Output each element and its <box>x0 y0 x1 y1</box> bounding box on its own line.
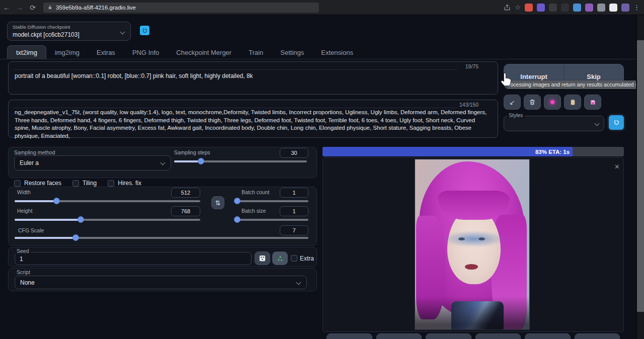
gallery-button[interactable] <box>426 333 471 339</box>
profile-avatar[interactable] <box>621 4 629 12</box>
batch-count-label: Batch count <box>242 189 269 195</box>
reuse-seed-button[interactable] <box>272 251 288 265</box>
back-icon[interactable]: ← <box>0 0 13 15</box>
tab-train[interactable]: Train <box>240 46 272 59</box>
prompt-text: portrait of a beautiful [woman::0.1] rob… <box>15 72 492 79</box>
progress-label: 83% ETA: 1s <box>535 149 570 155</box>
apply-styles-button[interactable] <box>564 95 581 110</box>
slider-thumb[interactable] <box>77 216 84 223</box>
progress-bar: 83% ETA: 1s <box>323 147 624 156</box>
sampling-method-dropdown[interactable]: Euler a <box>14 155 171 171</box>
sampling-steps-input[interactable]: 30 <box>280 148 308 158</box>
forward-icon[interactable]: → <box>13 0 26 15</box>
paste-params-button[interactable]: ↙ <box>504 95 521 110</box>
restore-faces-checkbox[interactable] <box>14 180 21 187</box>
extra-seed-checkbox[interactable] <box>291 255 297 262</box>
gallery-button[interactable] <box>575 333 620 339</box>
slider-thumb[interactable] <box>72 234 79 241</box>
sampling-method-label: Sampling method <box>14 149 55 155</box>
chevron-down-icon <box>160 160 166 165</box>
extension-icon[interactable] <box>537 4 545 12</box>
seed-label: Seed <box>15 248 31 254</box>
width-input[interactable]: 512 <box>171 188 200 198</box>
width-slider[interactable] <box>15 200 200 202</box>
random-seed-button[interactable] <box>255 251 270 265</box>
seed-value: 1 <box>20 256 23 263</box>
floppy-save-icon <box>590 99 596 106</box>
height-label: Height <box>17 208 32 214</box>
extension-icon[interactable] <box>525 4 533 12</box>
batch-size-slider[interactable] <box>235 219 308 221</box>
height-input[interactable]: 768 <box>171 206 200 216</box>
extension-icon[interactable] <box>609 4 617 12</box>
mouse-cursor-hand-icon <box>500 72 513 90</box>
height-slider[interactable] <box>15 219 200 221</box>
cfg-scale-label: CFG Scale <box>18 227 44 233</box>
browser-menu-icon[interactable]: ⋮ <box>633 4 640 11</box>
dice-icon <box>259 255 266 262</box>
generated-image[interactable] <box>415 159 529 329</box>
main-tabs: txt2img img2img Extras PNG Info Checkpoi… <box>7 45 362 59</box>
restore-faces-label: Restore faces <box>24 180 61 187</box>
clear-prompt-button[interactable] <box>524 95 541 110</box>
browser-chrome: ← → ⟳ 359e5b9a-a5ff-4216.gradio.live ☆ ⋮ <box>0 0 644 15</box>
gallery-button[interactable] <box>525 333 571 339</box>
prompt-textarea[interactable]: 19/75 portrait of a beautiful [woman::0.… <box>8 61 498 95</box>
extension-icon[interactable] <box>549 4 557 12</box>
tab-png-info[interactable]: PNG Info <box>124 46 168 59</box>
prompt-token-counter: 19/75 <box>465 63 478 69</box>
tab-settings[interactable]: Settings <box>272 46 312 59</box>
tab-txt2img[interactable]: txt2img <box>7 45 46 59</box>
batch-size-input[interactable]: 1 <box>280 206 308 216</box>
url-bar[interactable]: 359e5b9a-a5ff-4216.gradio.live <box>43 3 319 13</box>
save-style-button[interactable] <box>584 95 601 110</box>
tab-checkpoint-merger[interactable]: Checkpoint Merger <box>168 46 240 59</box>
batch-count-slider[interactable] <box>235 200 308 202</box>
extra-networks-button[interactable] <box>544 95 561 110</box>
refresh-checkpoint-button[interactable] <box>140 26 149 35</box>
close-icon[interactable]: ✕ <box>614 163 620 171</box>
gallery-button[interactable] <box>475 333 521 339</box>
gallery-button[interactable] <box>327 333 372 339</box>
interrupt-tooltip: rocessing images and return any results … <box>507 80 636 89</box>
extension-icon[interactable] <box>561 4 569 12</box>
seed-input[interactable]: 1 <box>15 252 252 265</box>
checkpoint-dropdown[interactable]: Stable Diffusion checkpoint model.ckpt [… <box>7 22 131 41</box>
extra-seed-label: Extra <box>300 255 314 262</box>
tiling-checkbox[interactable] <box>72 180 79 187</box>
swap-dimensions-button[interactable]: ⇅ <box>211 196 224 209</box>
extension-icon[interactable] <box>573 4 581 12</box>
recycle-icon <box>277 255 284 262</box>
trash-icon <box>529 99 536 106</box>
cfg-scale-input[interactable]: 7 <box>280 225 308 235</box>
negative-prompt-textarea[interactable]: 143/150 ng_deepnegative_v1_75t, (worst q… <box>8 100 498 138</box>
feature-checkboxes: Restore faces Tiling Hires. fix <box>14 180 141 187</box>
sampling-steps-slider[interactable] <box>174 160 307 162</box>
tab-img2img[interactable]: img2img <box>46 46 88 59</box>
tab-divider <box>0 59 636 59</box>
chevron-down-icon <box>296 280 301 285</box>
share-icon[interactable] <box>504 4 511 11</box>
tiling-label: Tiling <box>83 180 97 187</box>
slider-thumb[interactable] <box>234 198 240 204</box>
gallery-button[interactable] <box>376 333 422 339</box>
slider-thumb[interactable] <box>198 158 204 164</box>
scrollbar-thumb[interactable] <box>637 40 644 312</box>
hires-fix-checkbox[interactable] <box>108 180 114 187</box>
script-dropdown[interactable]: None <box>15 276 307 289</box>
prompt-tool-buttons: ↙ <box>504 95 601 110</box>
bookmark-star-icon[interactable]: ☆ <box>515 4 521 12</box>
extensions-puzzle-icon[interactable] <box>597 4 605 12</box>
slider-thumb[interactable] <box>234 216 240 223</box>
refresh-styles-button[interactable] <box>609 115 624 130</box>
reload-icon[interactable]: ⟳ <box>26 0 39 15</box>
tab-extensions[interactable]: Extensions <box>312 46 362 59</box>
tab-extras[interactable]: Extras <box>88 46 124 59</box>
width-label: Width <box>17 189 31 195</box>
sampling-method-value: Euler a <box>20 159 39 166</box>
chevron-down-icon <box>595 121 600 126</box>
extension-icon[interactable] <box>585 4 593 12</box>
hires-fix-label: Hires. fix <box>118 180 141 187</box>
batch-count-input[interactable]: 1 <box>280 188 308 198</box>
cfg-scale-slider[interactable] <box>15 237 308 239</box>
